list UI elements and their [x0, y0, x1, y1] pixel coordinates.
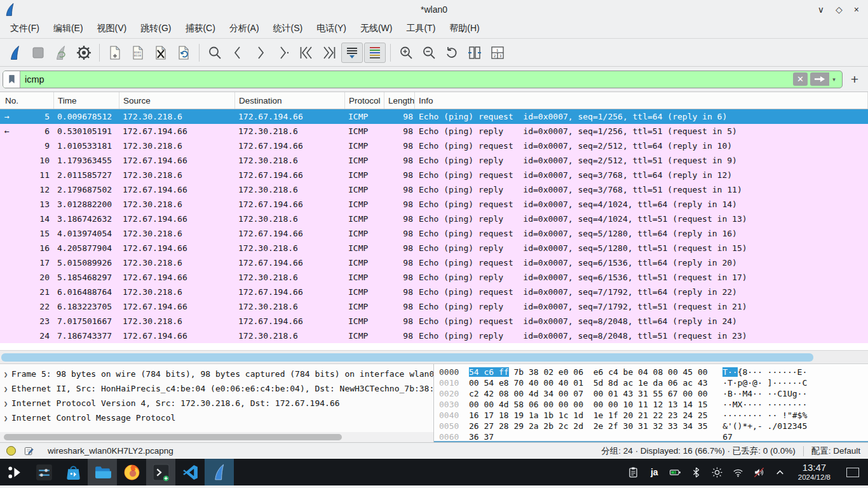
zoom-out-icon[interactable]	[418, 43, 440, 63]
menu-view[interactable]: 视图(V)	[91, 20, 133, 37]
filter-text[interactable]: icmp	[20, 74, 793, 85]
close-file-icon[interactable]	[150, 43, 172, 63]
menu-help[interactable]: 帮助(H)	[443, 20, 485, 37]
menu-wireless[interactable]: 无线(W)	[354, 20, 399, 37]
hex-row[interactable]: 0020 c2 42 08 00 4d 34 00 07 00 01 43 31…	[439, 388, 868, 399]
colorize-icon[interactable]	[364, 43, 386, 63]
first-packet-icon[interactable]	[295, 43, 317, 63]
profile-selector[interactable]: 配置: Default	[804, 445, 868, 457]
detail-tree-row[interactable]: ❯Frame 5: 98 bytes on wire (784 bits), 9…	[0, 367, 433, 381]
go-back-icon[interactable]	[227, 43, 248, 63]
show-desktop-button[interactable]	[846, 468, 859, 477]
volume-muted-icon[interactable]	[751, 464, 768, 480]
filter-bookmark-icon[interactable]	[3, 71, 20, 88]
packet-row[interactable]: 5→0.009678512172.30.218.6172.67.194.66IC…	[0, 109, 868, 124]
hex-row[interactable]: 0050 26 27 28 29 2a 2b 2c 2d 2e 2f 30 31…	[439, 421, 868, 431]
expand-caret-icon[interactable]: ❯	[0, 396, 11, 410]
menu-capture[interactable]: 捕获(C)	[179, 20, 221, 37]
packet-row[interactable]: 205.185468297172.67.194.66172.30.218.6IC…	[0, 270, 868, 285]
column-header-col-length[interactable]: Length	[384, 92, 415, 109]
expert-info-icon[interactable]	[6, 446, 16, 456]
input-method-ja[interactable]: ja	[646, 464, 663, 480]
column-header-col-info[interactable]: Info	[415, 92, 868, 109]
packet-row[interactable]: 112.011585727172.30.218.6172.67.194.66IC…	[0, 168, 868, 182]
vscode-icon[interactable]	[175, 459, 205, 485]
menu-statistics[interactable]: 统计(S)	[267, 20, 309, 37]
hex-row[interactable]: 0030 00 00 4d 58 06 00 00 00 00 00 10 11…	[439, 399, 868, 410]
filter-apply-icon[interactable]	[810, 72, 829, 86]
detail-tree-row[interactable]: ❯Ethernet II, Src: HonHaiPrecis_c4:be:04…	[0, 381, 433, 396]
packet-row[interactable]: 6←0.530105191172.67.194.66172.30.218.6IC…	[0, 124, 868, 139]
save-file-icon[interactable]: 01010110	[127, 43, 149, 63]
detail-tree-row[interactable]: ❯Internet Protocol Version 4, Src: 172.3…	[0, 396, 433, 410]
layout-columns-icon[interactable]: 123	[487, 43, 508, 63]
packet-row[interactable]: 216.016488764172.30.218.6172.67.194.66IC…	[0, 285, 868, 299]
menu-go[interactable]: 跳转(G)	[134, 20, 177, 37]
packet-row[interactable]: 101.179363455172.67.194.66172.30.218.6IC…	[0, 153, 868, 168]
terminal-icon[interactable]	[146, 459, 175, 485]
packet-row[interactable]: 91.010533181172.30.218.6172.67.194.66ICM…	[0, 139, 868, 153]
bluetooth-icon[interactable]	[688, 464, 705, 480]
maximize-button[interactable]: ◇	[836, 5, 843, 14]
packet-row[interactable]: 226.183223705172.67.194.66172.30.218.6IC…	[0, 299, 868, 314]
open-file-icon[interactable]	[104, 43, 126, 63]
packet-row[interactable]: 247.186743377172.67.194.66172.30.218.6IC…	[0, 329, 868, 343]
expand-caret-icon[interactable]: ❯	[0, 367, 11, 381]
restart-capture-icon[interactable]	[50, 43, 72, 63]
packet-row[interactable]: 143.186742632172.67.194.66172.30.218.6IC…	[0, 212, 868, 226]
tray-expand-icon[interactable]	[772, 464, 789, 480]
close-button[interactable]: ×	[854, 5, 859, 14]
packet-row[interactable]: 237.017501667172.30.218.6172.67.194.66IC…	[0, 314, 868, 329]
zoom-in-icon[interactable]	[395, 43, 417, 63]
column-header-col-destination[interactable]: Destination	[235, 92, 345, 109]
column-header-col-time[interactable]: Time	[54, 92, 119, 109]
menu-tools[interactable]: 工具(T)	[400, 20, 442, 37]
file-manager-icon[interactable]	[88, 459, 117, 485]
menu-analyze[interactable]: 分析(A)	[223, 20, 266, 37]
settings-icon[interactable]	[29, 459, 58, 485]
stop-capture-icon[interactable]	[27, 43, 49, 63]
menu-edit[interactable]: 编辑(E)	[47, 20, 90, 37]
display-filter-input[interactable]: icmp ✕ ▾	[3, 71, 843, 88]
zoom-reset-icon[interactable]	[441, 43, 463, 63]
app-launcher-icon[interactable]	[0, 459, 29, 485]
menu-telephony[interactable]: 电话(Y)	[310, 20, 353, 37]
firefox-icon[interactable]	[117, 459, 146, 485]
packet-row[interactable]: 133.012882200172.30.218.6172.67.194.66IC…	[0, 197, 868, 212]
taskbar-clock[interactable]: 13:472024/12/8	[793, 463, 836, 481]
go-to-packet-icon[interactable]	[273, 43, 294, 63]
wireshark-icon[interactable]	[205, 459, 234, 485]
packet-list-hscrollbar[interactable]	[0, 350, 868, 363]
battery-icon[interactable]	[667, 464, 684, 480]
hex-row[interactable]: 0040 16 17 18 19 1a 1b 1c 1d 1e 1f 20 21…	[439, 410, 868, 421]
detail-tree-row[interactable]: ❯Internet Control Message Protocol	[0, 410, 433, 425]
details-hscrollbar[interactable]	[0, 432, 433, 442]
details-hscrollbar-thumb[interactable]	[4, 434, 342, 440]
start-capture-icon[interactable]	[4, 43, 26, 63]
column-header-col-protocol[interactable]: Protocol	[345, 92, 384, 109]
resize-columns-icon[interactable]	[464, 43, 485, 63]
filter-add-button[interactable]: +	[846, 72, 863, 87]
wifi-icon[interactable]	[730, 464, 747, 480]
column-header-col-no[interactable]: No.	[0, 92, 54, 109]
packet-row[interactable]: 154.013974054172.30.218.6172.67.194.66IC…	[0, 226, 868, 241]
minimize-button[interactable]: ∨	[818, 5, 824, 14]
find-packet-icon[interactable]	[204, 43, 226, 63]
hex-row[interactable]: 0010 00 54 e8 70 40 00 40 01 5d 8d ac 1e…	[439, 377, 868, 388]
reload-file-icon[interactable]	[173, 43, 194, 63]
capture-comment-icon[interactable]	[24, 446, 34, 456]
go-forward-icon[interactable]	[250, 43, 271, 63]
expand-caret-icon[interactable]: ❯	[0, 411, 11, 425]
packet-row[interactable]: 122.179687502172.67.194.66172.30.218.6IC…	[0, 182, 868, 197]
hex-row[interactable]: 0000 54 c6 ff 7b 38 02 e0 06 e6 c4 be 04…	[439, 367, 868, 377]
filter-dropdown-caret-icon[interactable]: ▾	[829, 72, 839, 86]
filter-clear-icon[interactable]: ✕	[793, 72, 808, 86]
capture-options-icon[interactable]	[73, 43, 95, 63]
hex-row[interactable]: 0060 36 37 67	[439, 431, 868, 442]
last-packet-icon[interactable]	[318, 43, 340, 63]
auto-scroll-icon[interactable]	[341, 43, 363, 63]
menu-file[interactable]: 文件(F)	[4, 20, 46, 37]
packet-row[interactable]: 164.205877904172.67.194.66172.30.218.6IC…	[0, 241, 868, 255]
discover-icon[interactable]	[58, 459, 88, 485]
clipboard-icon[interactable]	[625, 464, 642, 480]
